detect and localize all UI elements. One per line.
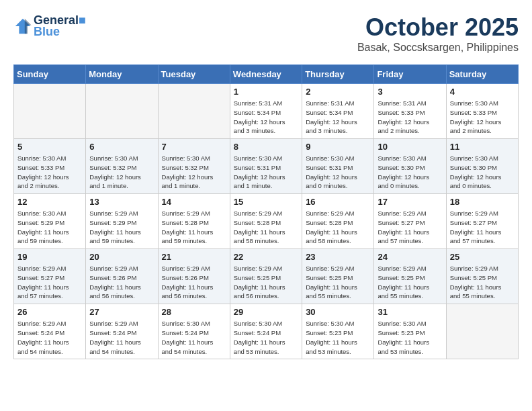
col-friday: Friday — [374, 65, 446, 84]
day-info: Sunrise: 5:30 AM Sunset: 5:32 PM Dayligh… — [89, 154, 154, 191]
day-info: Sunrise: 5:30 AM Sunset: 5:30 PM Dayligh… — [378, 154, 442, 191]
day-number: 26 — [17, 307, 82, 317]
day-number: 7 — [162, 142, 226, 152]
day-number: 27 — [89, 307, 154, 317]
day-info: Sunrise: 5:30 AM Sunset: 5:33 PM Dayligh… — [17, 154, 82, 191]
table-row: 15Sunrise: 5:29 AM Sunset: 5:28 PM Dayli… — [230, 194, 302, 249]
calendar-week-row: 26Sunrise: 5:29 AM Sunset: 5:24 PM Dayli… — [14, 304, 519, 359]
table-row: 16Sunrise: 5:29 AM Sunset: 5:28 PM Dayli… — [302, 194, 374, 249]
day-info: Sunrise: 5:31 AM Sunset: 5:34 PM Dayligh… — [306, 99, 370, 136]
day-info: Sunrise: 5:29 AM Sunset: 5:24 PM Dayligh… — [17, 319, 82, 356]
table-row: 23Sunrise: 5:29 AM Sunset: 5:25 PM Dayli… — [302, 249, 374, 304]
day-number: 6 — [89, 142, 154, 152]
day-number: 14 — [162, 197, 226, 207]
svg-marker-0 — [15, 19, 30, 34]
table-row: 21Sunrise: 5:29 AM Sunset: 5:26 PM Dayli… — [158, 249, 230, 304]
day-number: 17 — [378, 197, 442, 207]
day-number: 3 — [378, 87, 442, 97]
day-number: 1 — [234, 87, 298, 97]
table-row: 1Sunrise: 5:31 AM Sunset: 5:34 PM Daylig… — [230, 84, 302, 139]
table-row: 6Sunrise: 5:30 AM Sunset: 5:32 PM Daylig… — [86, 139, 158, 194]
table-row — [158, 84, 230, 139]
day-number: 5 — [17, 142, 82, 152]
day-number: 10 — [378, 142, 442, 152]
logo-text: General■ Blue — [34, 13, 86, 39]
table-row — [14, 84, 86, 139]
table-row: 2Sunrise: 5:31 AM Sunset: 5:34 PM Daylig… — [302, 84, 374, 139]
day-number: 16 — [306, 197, 370, 207]
table-row: 22Sunrise: 5:29 AM Sunset: 5:25 PM Dayli… — [230, 249, 302, 304]
col-thursday: Thursday — [302, 65, 374, 84]
day-info: Sunrise: 5:30 AM Sunset: 5:24 PM Dayligh… — [234, 319, 298, 356]
table-row: 9Sunrise: 5:30 AM Sunset: 5:31 PM Daylig… — [302, 139, 374, 194]
day-info: Sunrise: 5:29 AM Sunset: 5:28 PM Dayligh… — [162, 209, 226, 246]
day-info: Sunrise: 5:29 AM Sunset: 5:29 PM Dayligh… — [89, 209, 154, 246]
col-tuesday: Tuesday — [158, 65, 230, 84]
page-header: General■ Blue October 2025 Basak, Soccsk… — [13, 13, 519, 54]
day-info: Sunrise: 5:29 AM Sunset: 5:25 PM Dayligh… — [234, 264, 298, 301]
day-info: Sunrise: 5:29 AM Sunset: 5:28 PM Dayligh… — [234, 209, 298, 246]
day-info: Sunrise: 5:30 AM Sunset: 5:33 PM Dayligh… — [450, 99, 515, 136]
day-number: 18 — [450, 197, 515, 207]
day-number: 28 — [162, 307, 226, 317]
col-monday: Monday — [86, 65, 158, 84]
table-row: 13Sunrise: 5:29 AM Sunset: 5:29 PM Dayli… — [86, 194, 158, 249]
day-number: 30 — [306, 307, 370, 317]
day-number: 29 — [234, 307, 298, 317]
day-info: Sunrise: 5:30 AM Sunset: 5:31 PM Dayligh… — [306, 154, 370, 191]
logo: General■ Blue — [13, 13, 86, 39]
day-info: Sunrise: 5:31 AM Sunset: 5:33 PM Dayligh… — [378, 99, 442, 136]
day-number: 11 — [450, 142, 515, 152]
table-row: 19Sunrise: 5:29 AM Sunset: 5:27 PM Dayli… — [14, 249, 86, 304]
day-number: 15 — [234, 197, 298, 207]
table-row: 27Sunrise: 5:29 AM Sunset: 5:24 PM Dayli… — [86, 304, 158, 359]
col-wednesday: Wednesday — [230, 65, 302, 84]
day-number: 9 — [306, 142, 370, 152]
calendar-header-row: Sunday Monday Tuesday Wednesday Thursday… — [14, 65, 519, 84]
calendar: Sunday Monday Tuesday Wednesday Thursday… — [13, 64, 519, 359]
day-info: Sunrise: 5:29 AM Sunset: 5:25 PM Dayligh… — [306, 264, 370, 301]
table-row: 25Sunrise: 5:29 AM Sunset: 5:25 PM Dayli… — [446, 249, 518, 304]
calendar-week-row: 19Sunrise: 5:29 AM Sunset: 5:27 PM Dayli… — [14, 249, 519, 304]
day-info: Sunrise: 5:30 AM Sunset: 5:31 PM Dayligh… — [234, 154, 298, 191]
day-number: 21 — [162, 252, 226, 262]
table-row: 7Sunrise: 5:30 AM Sunset: 5:32 PM Daylig… — [158, 139, 230, 194]
table-row: 8Sunrise: 5:30 AM Sunset: 5:31 PM Daylig… — [230, 139, 302, 194]
col-sunday: Sunday — [14, 65, 86, 84]
calendar-week-row: 12Sunrise: 5:30 AM Sunset: 5:29 PM Dayli… — [14, 194, 519, 249]
day-info: Sunrise: 5:30 AM Sunset: 5:23 PM Dayligh… — [306, 319, 370, 356]
location: Basak, Soccsksargen, Philippines — [357, 42, 519, 54]
day-info: Sunrise: 5:29 AM Sunset: 5:28 PM Dayligh… — [306, 209, 370, 246]
day-info: Sunrise: 5:31 AM Sunset: 5:34 PM Dayligh… — [234, 99, 298, 136]
table-row: 17Sunrise: 5:29 AM Sunset: 5:27 PM Dayli… — [374, 194, 446, 249]
day-info: Sunrise: 5:29 AM Sunset: 5:26 PM Dayligh… — [89, 264, 154, 301]
table-row: 3Sunrise: 5:31 AM Sunset: 5:33 PM Daylig… — [374, 84, 446, 139]
day-info: Sunrise: 5:30 AM Sunset: 5:23 PM Dayligh… — [378, 319, 442, 356]
day-info: Sunrise: 5:30 AM Sunset: 5:30 PM Dayligh… — [450, 154, 515, 191]
day-info: Sunrise: 5:30 AM Sunset: 5:32 PM Dayligh… — [162, 154, 226, 191]
day-number: 31 — [378, 307, 442, 317]
table-row: 26Sunrise: 5:29 AM Sunset: 5:24 PM Dayli… — [14, 304, 86, 359]
table-row: 28Sunrise: 5:30 AM Sunset: 5:24 PM Dayli… — [158, 304, 230, 359]
title-block: October 2025 Basak, Soccsksargen, Philip… — [357, 13, 519, 54]
day-number: 2 — [306, 87, 370, 97]
table-row: 11Sunrise: 5:30 AM Sunset: 5:30 PM Dayli… — [446, 139, 518, 194]
table-row: 4Sunrise: 5:30 AM Sunset: 5:33 PM Daylig… — [446, 84, 518, 139]
table-row: 5Sunrise: 5:30 AM Sunset: 5:33 PM Daylig… — [14, 139, 86, 194]
table-row: 30Sunrise: 5:30 AM Sunset: 5:23 PM Dayli… — [302, 304, 374, 359]
day-info: Sunrise: 5:29 AM Sunset: 5:24 PM Dayligh… — [89, 319, 154, 356]
calendar-week-row: 1Sunrise: 5:31 AM Sunset: 5:34 PM Daylig… — [14, 84, 519, 139]
table-row: 29Sunrise: 5:30 AM Sunset: 5:24 PM Dayli… — [230, 304, 302, 359]
day-info: Sunrise: 5:29 AM Sunset: 5:25 PM Dayligh… — [378, 264, 442, 301]
day-number: 13 — [89, 197, 154, 207]
day-info: Sunrise: 5:29 AM Sunset: 5:27 PM Dayligh… — [378, 209, 442, 246]
day-number: 22 — [234, 252, 298, 262]
day-info: Sunrise: 5:29 AM Sunset: 5:27 PM Dayligh… — [17, 264, 82, 301]
day-info: Sunrise: 5:29 AM Sunset: 5:27 PM Dayligh… — [450, 209, 515, 246]
day-info: Sunrise: 5:30 AM Sunset: 5:29 PM Dayligh… — [17, 209, 82, 246]
col-saturday: Saturday — [446, 65, 518, 84]
table-row: 12Sunrise: 5:30 AM Sunset: 5:29 PM Dayli… — [14, 194, 86, 249]
calendar-week-row: 5Sunrise: 5:30 AM Sunset: 5:33 PM Daylig… — [14, 139, 519, 194]
day-number: 19 — [17, 252, 82, 262]
day-number: 12 — [17, 197, 82, 207]
